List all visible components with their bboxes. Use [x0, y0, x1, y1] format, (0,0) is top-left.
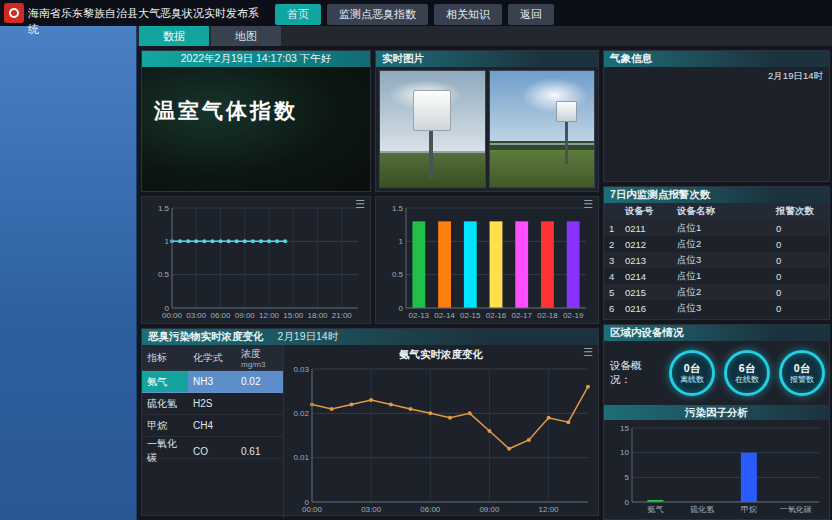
pollution-factor-bar-chart: 051015氨气硫化氢甲烷一氧化碳 — [604, 420, 829, 519]
datetime-banner: 2022年2月19日 14:17:03 下午好 — [142, 51, 370, 67]
svg-text:0.02: 0.02 — [293, 409, 309, 418]
content-area: 数据 地图 2022年2月19日 14:17:03 下午好 温室气体指数 — [137, 26, 832, 520]
weather-panel-header: 气象信息 — [604, 51, 829, 67]
svg-text:0: 0 — [625, 498, 630, 507]
photos-panel-header: 实时图片 — [376, 51, 598, 67]
daily-index-bar-chart: 00.511.502-1302-1402-1502-1602-1702-1802… — [378, 200, 596, 325]
photo2-cloud — [521, 78, 588, 113]
topbar: 海南省乐东黎族自治县大气恶臭状况实时发布系统 首页 监测点恶臭指数 相关知识 返… — [0, 0, 832, 26]
daily-index-bar-chart-panel: ☰ 00.511.502-1302-1402-1502-1602-1702-18… — [375, 196, 599, 324]
nav-home-button[interactable]: 首页 — [275, 4, 321, 25]
odor-pollutant-panel: 恶臭污染物实时浓度变化 2月19日14时 指标 化学式 浓度 mg — [141, 328, 599, 516]
chart-menu-icon[interactable]: ☰ — [355, 198, 365, 210]
pollutant-row-co[interactable]: 一氧化碳 CO 0.61 — [142, 437, 283, 459]
svg-text:00:00: 00:00 — [162, 311, 183, 320]
svg-text:氨气: 氨气 — [647, 505, 663, 514]
greenhouse-index-headline: 温室气体指数 — [154, 97, 298, 125]
svg-text:00:00: 00:00 — [302, 505, 323, 514]
app-title: 海南省乐东黎族自治县大气恶臭状况实时发布系统 — [28, 0, 265, 37]
greenhouse-hourly-line-chart: 00.511.500:0003:0006:0009:0012:0015:0018… — [144, 200, 368, 325]
ammonia-chart-title: 氨气实时浓度变化 — [284, 345, 598, 361]
unit-label: mg/m3 — [241, 361, 278, 369]
svg-text:02-15: 02-15 — [460, 311, 481, 320]
photo2-pole — [565, 120, 568, 164]
alarm-row: 2 0212 点位2 0 — [604, 236, 829, 252]
svg-text:02-17: 02-17 — [511, 311, 532, 320]
svg-text:15:00: 15:00 — [283, 311, 304, 320]
device-panel-header: 区域内设备情况 — [604, 325, 829, 341]
photo2-fence — [490, 143, 595, 145]
photo2-grass — [490, 150, 595, 187]
offline-count-ring: 0台 离线数 — [669, 350, 715, 396]
svg-text:09:00: 09:00 — [235, 311, 256, 320]
alarm-row: 1 0211 点位1 0 — [604, 220, 829, 236]
svg-text:21:00: 21:00 — [332, 311, 353, 320]
svg-text:0.03: 0.03 — [293, 365, 309, 374]
welcome-body: 温室气体指数 — [142, 67, 370, 191]
welcome-panel: 2022年2月19日 14:17:03 下午好 温室气体指数 — [141, 50, 371, 192]
svg-text:1.5: 1.5 — [158, 204, 170, 213]
svg-text:09:00: 09:00 — [479, 505, 500, 514]
ammonia-line-chart: 00.010.020.0300:0003:0006:0009:0012:00 — [284, 361, 598, 519]
svg-text:0.5: 0.5 — [158, 270, 170, 279]
photo2-monitor-device — [556, 101, 577, 122]
svg-text:12:00: 12:00 — [539, 505, 560, 514]
app-logo-icon — [4, 3, 24, 23]
svg-text:甲烷: 甲烷 — [741, 505, 757, 514]
pollutant-row-h2s[interactable]: 硫化氢 H2S — [142, 393, 283, 415]
svg-text:02-14: 02-14 — [434, 311, 455, 320]
sidebar — [0, 26, 137, 520]
svg-text:10: 10 — [620, 448, 629, 457]
photos-container — [376, 67, 598, 191]
weather-panel: 气象信息 2月19日14时 — [603, 50, 830, 182]
pollutant-panel-time: 2月19日14时 — [278, 330, 339, 344]
svg-text:12:00: 12:00 — [259, 311, 280, 320]
pollutant-panel-title: 恶臭污染物实时浓度变化 — [148, 330, 264, 344]
alarm-row: 4 0214 点位1 0 — [604, 268, 829, 284]
svg-text:18:00: 18:00 — [308, 311, 329, 320]
svg-text:02-18: 02-18 — [537, 311, 558, 320]
device-overview: 设备概况： 0台 离线数 6台 在线数 0台 报警数 — [604, 341, 829, 405]
svg-text:15: 15 — [620, 424, 629, 433]
svg-text:02-16: 02-16 — [486, 311, 507, 320]
alarm-table-header: 设备号 设备名称 报警次数 — [604, 203, 829, 220]
alarm-row: 3 0213 点位3 0 — [604, 252, 829, 268]
photo1-pole — [429, 129, 433, 180]
pollutant-table-header: 指标 化学式 浓度 mg/m3 — [142, 345, 283, 371]
photo1-monitor-device — [413, 90, 451, 132]
svg-text:03:00: 03:00 — [186, 311, 207, 320]
monitoring-station-photo-2 — [489, 70, 596, 188]
nav-odor-index-button[interactable]: 监测点恶臭指数 — [327, 4, 428, 25]
svg-text:06:00: 06:00 — [420, 505, 441, 514]
col-indicator: 指标 — [142, 351, 188, 365]
svg-text:02-19: 02-19 — [563, 311, 584, 320]
pollutant-row-ch4[interactable]: 甲烷 CH4 — [142, 415, 283, 437]
alarm-table: 设备号 设备名称 报警次数 1 0211 点位1 0 2 — [604, 203, 829, 319]
pollutant-row-nh3[interactable]: 氨气 NH3 0.02 — [142, 371, 283, 393]
svg-text:0.01: 0.01 — [293, 453, 309, 462]
nav-knowledge-button[interactable]: 相关知识 — [434, 4, 502, 25]
device-status-panel: 区域内设备情况 设备概况： 0台 离线数 6台 在线数 — [603, 324, 830, 520]
pollutant-panel-header: 恶臭污染物实时浓度变化 2月19日14时 — [142, 329, 598, 345]
svg-text:02-13: 02-13 — [409, 311, 430, 320]
svg-text:硫化氢: 硫化氢 — [690, 505, 714, 514]
weather-time: 2月19日14时 — [768, 70, 823, 83]
realtime-photos-panel: 实时图片 — [375, 50, 599, 192]
app-root: 海南省乐东黎族自治县大气恶臭状况实时发布系统 首页 监测点恶臭指数 相关知识 返… — [0, 0, 832, 520]
online-count-ring: 6台 在线数 — [724, 350, 770, 396]
svg-text:06:00: 06:00 — [211, 311, 232, 320]
svg-text:5: 5 — [625, 473, 630, 482]
nav-back-button[interactable]: 返回 — [508, 4, 554, 25]
svg-text:03:00: 03:00 — [361, 505, 382, 514]
greenhouse-hourly-chart-panel: ☰ 00.511.500:0003:0006:0009:0012:0015:00… — [141, 196, 371, 324]
alarm-count-panel: 7日内监测点报警次数 设备号 设备名称 报警次数 1 0211 — [603, 186, 830, 320]
alarm-row: 6 0216 点位3 0 — [604, 300, 829, 316]
col-concentration: 浓度 mg/m3 — [236, 347, 283, 369]
chart-menu-icon[interactable]: ☰ — [583, 198, 593, 210]
chart-menu-icon[interactable]: ☰ — [583, 346, 593, 358]
pollutant-table: 指标 化学式 浓度 mg/m3 氨气 NH3 — [142, 345, 284, 519]
main-area: 数据 地图 2022年2月19日 14:17:03 下午好 温室气体指数 — [0, 26, 832, 520]
alarm-row: 5 0215 点位2 0 — [604, 284, 829, 300]
ammonia-chart-area: 氨气实时浓度变化 ☰ 00.010.020.0300:0003:0006:000… — [284, 345, 598, 519]
weather-body: 2月19日14时 — [604, 67, 829, 181]
